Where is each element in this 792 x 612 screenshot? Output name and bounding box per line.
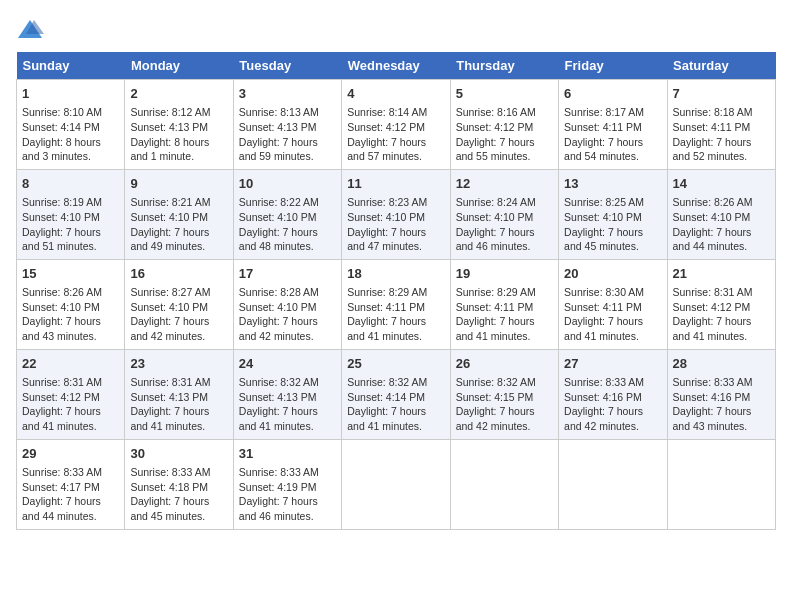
calendar-cell: 27Sunrise: 8:33 AMSunset: 4:16 PMDayligh… (559, 349, 667, 439)
sunrise-text: Sunrise: 8:31 AM (673, 286, 753, 298)
sunrise-text: Sunrise: 8:29 AM (347, 286, 427, 298)
daylight-text: Daylight: 7 hours and 47 minutes. (347, 226, 426, 253)
calendar-cell: 18Sunrise: 8:29 AMSunset: 4:11 PMDayligh… (342, 259, 450, 349)
calendar-cell (667, 439, 775, 529)
day-number: 1 (22, 85, 119, 103)
calendar-cell (342, 439, 450, 529)
calendar-cell: 14Sunrise: 8:26 AMSunset: 4:10 PMDayligh… (667, 169, 775, 259)
calendar-cell: 13Sunrise: 8:25 AMSunset: 4:10 PMDayligh… (559, 169, 667, 259)
daylight-text: Daylight: 7 hours and 41 minutes. (564, 315, 643, 342)
calendar-cell: 7Sunrise: 8:18 AMSunset: 4:11 PMDaylight… (667, 80, 775, 170)
sunset-text: Sunset: 4:19 PM (239, 481, 317, 493)
week-row: 15Sunrise: 8:26 AMSunset: 4:10 PMDayligh… (17, 259, 776, 349)
sunset-text: Sunset: 4:12 PM (347, 121, 425, 133)
daylight-text: Daylight: 7 hours and 42 minutes. (130, 315, 209, 342)
sunset-text: Sunset: 4:10 PM (564, 211, 642, 223)
calendar-cell: 29Sunrise: 8:33 AMSunset: 4:17 PMDayligh… (17, 439, 125, 529)
calendar-cell (559, 439, 667, 529)
day-number: 8 (22, 175, 119, 193)
sunset-text: Sunset: 4:13 PM (239, 391, 317, 403)
calendar-cell: 12Sunrise: 8:24 AMSunset: 4:10 PMDayligh… (450, 169, 558, 259)
calendar-cell: 21Sunrise: 8:31 AMSunset: 4:12 PMDayligh… (667, 259, 775, 349)
daylight-text: Daylight: 7 hours and 48 minutes. (239, 226, 318, 253)
sunrise-text: Sunrise: 8:14 AM (347, 106, 427, 118)
day-number: 27 (564, 355, 661, 373)
sunset-text: Sunset: 4:11 PM (564, 301, 642, 313)
logo-icon (16, 16, 44, 44)
week-row: 29Sunrise: 8:33 AMSunset: 4:17 PMDayligh… (17, 439, 776, 529)
calendar-cell (450, 439, 558, 529)
sunset-text: Sunset: 4:10 PM (239, 211, 317, 223)
daylight-text: Daylight: 7 hours and 42 minutes. (456, 405, 535, 432)
sunrise-text: Sunrise: 8:33 AM (239, 466, 319, 478)
daylight-text: Daylight: 8 hours and 1 minute. (130, 136, 209, 163)
sunrise-text: Sunrise: 8:32 AM (239, 376, 319, 388)
daylight-text: Daylight: 7 hours and 57 minutes. (347, 136, 426, 163)
sunset-text: Sunset: 4:14 PM (347, 391, 425, 403)
sunrise-text: Sunrise: 8:29 AM (456, 286, 536, 298)
calendar-cell: 17Sunrise: 8:28 AMSunset: 4:10 PMDayligh… (233, 259, 341, 349)
daylight-text: Daylight: 7 hours and 55 minutes. (456, 136, 535, 163)
sunset-text: Sunset: 4:10 PM (22, 211, 100, 223)
sunset-text: Sunset: 4:11 PM (564, 121, 642, 133)
calendar-cell: 8Sunrise: 8:19 AMSunset: 4:10 PMDaylight… (17, 169, 125, 259)
daylight-text: Daylight: 7 hours and 43 minutes. (673, 405, 752, 432)
daylight-text: Daylight: 7 hours and 44 minutes. (673, 226, 752, 253)
daylight-text: Daylight: 7 hours and 46 minutes. (456, 226, 535, 253)
header-row: SundayMondayTuesdayWednesdayThursdayFrid… (17, 52, 776, 80)
sunrise-text: Sunrise: 8:24 AM (456, 196, 536, 208)
sunrise-text: Sunrise: 8:23 AM (347, 196, 427, 208)
daylight-text: Daylight: 7 hours and 51 minutes. (22, 226, 101, 253)
logo (16, 16, 48, 44)
sunset-text: Sunset: 4:11 PM (673, 121, 751, 133)
day-number: 26 (456, 355, 553, 373)
sunrise-text: Sunrise: 8:31 AM (22, 376, 102, 388)
sunset-text: Sunset: 4:11 PM (347, 301, 425, 313)
day-number: 13 (564, 175, 661, 193)
sunset-text: Sunset: 4:10 PM (130, 301, 208, 313)
calendar-cell: 3Sunrise: 8:13 AMSunset: 4:13 PMDaylight… (233, 80, 341, 170)
sunrise-text: Sunrise: 8:32 AM (347, 376, 427, 388)
day-number: 6 (564, 85, 661, 103)
calendar-cell: 5Sunrise: 8:16 AMSunset: 4:12 PMDaylight… (450, 80, 558, 170)
day-number: 3 (239, 85, 336, 103)
daylight-text: Daylight: 7 hours and 44 minutes. (22, 495, 101, 522)
daylight-text: Daylight: 7 hours and 46 minutes. (239, 495, 318, 522)
sunrise-text: Sunrise: 8:26 AM (22, 286, 102, 298)
sunrise-text: Sunrise: 8:33 AM (673, 376, 753, 388)
day-number: 20 (564, 265, 661, 283)
day-number: 23 (130, 355, 227, 373)
sunset-text: Sunset: 4:10 PM (130, 211, 208, 223)
sunrise-text: Sunrise: 8:12 AM (130, 106, 210, 118)
day-number: 9 (130, 175, 227, 193)
sunset-text: Sunset: 4:18 PM (130, 481, 208, 493)
day-header-tuesday: Tuesday (233, 52, 341, 80)
day-number: 11 (347, 175, 444, 193)
week-row: 1Sunrise: 8:10 AMSunset: 4:14 PMDaylight… (17, 80, 776, 170)
sunrise-text: Sunrise: 8:33 AM (564, 376, 644, 388)
calendar-cell: 23Sunrise: 8:31 AMSunset: 4:13 PMDayligh… (125, 349, 233, 439)
sunrise-text: Sunrise: 8:10 AM (22, 106, 102, 118)
sunrise-text: Sunrise: 8:22 AM (239, 196, 319, 208)
day-number: 2 (130, 85, 227, 103)
day-number: 24 (239, 355, 336, 373)
sunrise-text: Sunrise: 8:19 AM (22, 196, 102, 208)
sunset-text: Sunset: 4:13 PM (130, 121, 208, 133)
sunrise-text: Sunrise: 8:13 AM (239, 106, 319, 118)
day-number: 25 (347, 355, 444, 373)
day-number: 22 (22, 355, 119, 373)
sunset-text: Sunset: 4:17 PM (22, 481, 100, 493)
sunset-text: Sunset: 4:15 PM (456, 391, 534, 403)
daylight-text: Daylight: 7 hours and 59 minutes. (239, 136, 318, 163)
daylight-text: Daylight: 7 hours and 41 minutes. (22, 405, 101, 432)
calendar-cell: 6Sunrise: 8:17 AMSunset: 4:11 PMDaylight… (559, 80, 667, 170)
day-number: 28 (673, 355, 770, 373)
day-header-wednesday: Wednesday (342, 52, 450, 80)
sunset-text: Sunset: 4:12 PM (456, 121, 534, 133)
calendar-table: SundayMondayTuesdayWednesdayThursdayFrid… (16, 52, 776, 530)
day-number: 10 (239, 175, 336, 193)
daylight-text: Daylight: 7 hours and 41 minutes. (347, 405, 426, 432)
calendar-cell: 19Sunrise: 8:29 AMSunset: 4:11 PMDayligh… (450, 259, 558, 349)
sunset-text: Sunset: 4:10 PM (239, 301, 317, 313)
day-header-thursday: Thursday (450, 52, 558, 80)
